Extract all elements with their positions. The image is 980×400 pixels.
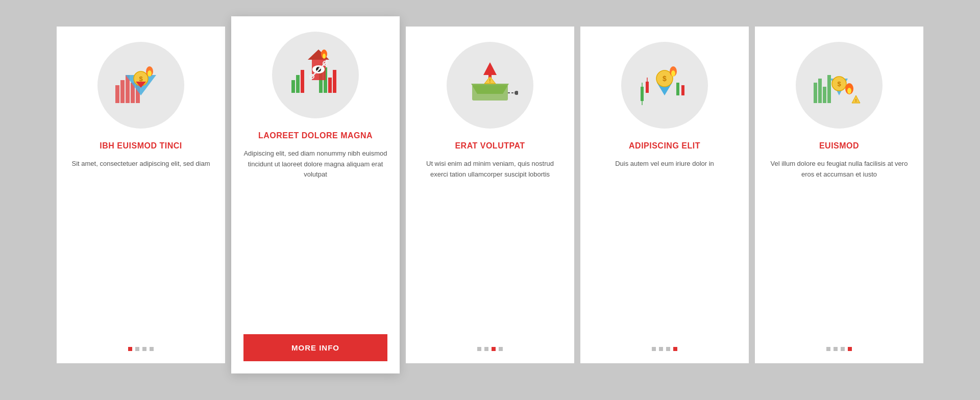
card-1-icon-circle: $ bbox=[97, 42, 184, 129]
svg-rect-12 bbox=[296, 75, 300, 93]
svg-rect-11 bbox=[291, 80, 295, 93]
dot-1 bbox=[128, 347, 132, 351]
card-1-body: Sit amet, consectetuer adipiscing elit, … bbox=[72, 159, 210, 337]
svg-text:$: $ bbox=[139, 75, 143, 83]
svg-rect-39 bbox=[646, 82, 649, 93]
cards-container: $ IBH EUISMOD TINCI Sit amet, consectetu… bbox=[26, 6, 954, 394]
svg-rect-48 bbox=[814, 83, 817, 103]
svg-text:$: $ bbox=[663, 74, 667, 83]
dot-1 bbox=[477, 347, 481, 351]
svg-point-27 bbox=[323, 54, 326, 59]
dot-1 bbox=[826, 347, 830, 351]
svg-rect-42 bbox=[681, 85, 684, 95]
card-4-icon-circle: $ bbox=[621, 42, 708, 129]
card-3-icon-circle: ! bbox=[447, 42, 533, 129]
svg-rect-51 bbox=[827, 75, 831, 103]
svg-rect-1 bbox=[120, 80, 125, 103]
svg-text:!: ! bbox=[489, 78, 491, 84]
svg-rect-41 bbox=[676, 83, 679, 95]
card-1-dots bbox=[128, 347, 154, 351]
card-5-icon-circle: $ ! bbox=[796, 42, 883, 129]
dot-2 bbox=[135, 347, 139, 351]
svg-rect-17 bbox=[333, 70, 336, 93]
more-info-button[interactable]: MORE INFO bbox=[243, 334, 387, 361]
dot-4 bbox=[673, 347, 677, 351]
card-2-icon bbox=[287, 47, 344, 103]
svg-rect-13 bbox=[301, 70, 304, 93]
dot-2 bbox=[834, 347, 838, 351]
card-3-icon: ! bbox=[462, 57, 518, 113]
dot-1 bbox=[652, 347, 656, 351]
card-1-icon: $ bbox=[113, 57, 169, 113]
card-4-title: ADIPISCING ELIT bbox=[629, 141, 700, 152]
card-2-icon-circle bbox=[272, 32, 359, 118]
dot-4 bbox=[150, 347, 154, 351]
card-5-dots bbox=[826, 347, 852, 351]
card-3-title: ERAT VOLUTPAT bbox=[455, 141, 525, 152]
card-5: $ ! EUISMOD Vel illum dolore eu feugiat … bbox=[755, 27, 923, 363]
svg-point-31 bbox=[514, 91, 518, 95]
svg-rect-36 bbox=[641, 87, 644, 101]
card-2-body: Adipiscing elit, sed diam nonummy nibh e… bbox=[243, 148, 387, 325]
card-3-body: Ut wisi enim ad minim veniam, quis nostr… bbox=[418, 159, 562, 337]
card-2: LAOREET DOLORE MAGNA Adipiscing elit, se… bbox=[231, 16, 400, 373]
svg-point-56 bbox=[847, 88, 851, 94]
card-4-dots bbox=[652, 347, 677, 351]
svg-rect-49 bbox=[818, 79, 822, 103]
dot-3 bbox=[666, 347, 670, 351]
dot-4 bbox=[848, 347, 852, 351]
card-4: $ ADIPISCING ELIT Duis autem vel eum iri… bbox=[580, 27, 749, 363]
card-1-title: IBH EUISMOD TINCI bbox=[100, 141, 182, 152]
svg-rect-50 bbox=[823, 87, 826, 103]
svg-rect-16 bbox=[328, 78, 332, 93]
card-4-icon: $ bbox=[636, 57, 693, 113]
svg-point-9 bbox=[148, 70, 152, 77]
dot-2 bbox=[484, 347, 488, 351]
dot-3 bbox=[841, 347, 845, 351]
svg-point-47 bbox=[671, 70, 675, 77]
dot-4 bbox=[499, 347, 503, 351]
dot-3 bbox=[142, 347, 146, 351]
card-5-body: Vel illum dolore eu feugiat nulla facili… bbox=[767, 159, 911, 337]
card-3: ! ERAT VOLUTPAT Ut wisi enim ad minim ve… bbox=[406, 27, 574, 363]
svg-rect-0 bbox=[115, 85, 119, 103]
card-5-icon: $ ! bbox=[811, 57, 867, 113]
card-4-body: Duis autem vel eum iriure dolor in bbox=[615, 159, 714, 337]
svg-marker-29 bbox=[471, 84, 509, 94]
dot-2 bbox=[659, 347, 663, 351]
svg-marker-32 bbox=[483, 62, 497, 75]
dot-3 bbox=[492, 347, 496, 351]
card-2-title: LAOREET DOLORE MAGNA bbox=[258, 131, 373, 141]
svg-text:!: ! bbox=[855, 98, 857, 103]
card-3-dots bbox=[477, 347, 503, 351]
card-1: $ IBH EUISMOD TINCI Sit amet, consectetu… bbox=[57, 27, 225, 363]
card-5-title: EUISMOD bbox=[819, 141, 859, 152]
svg-text:$: $ bbox=[837, 80, 841, 88]
